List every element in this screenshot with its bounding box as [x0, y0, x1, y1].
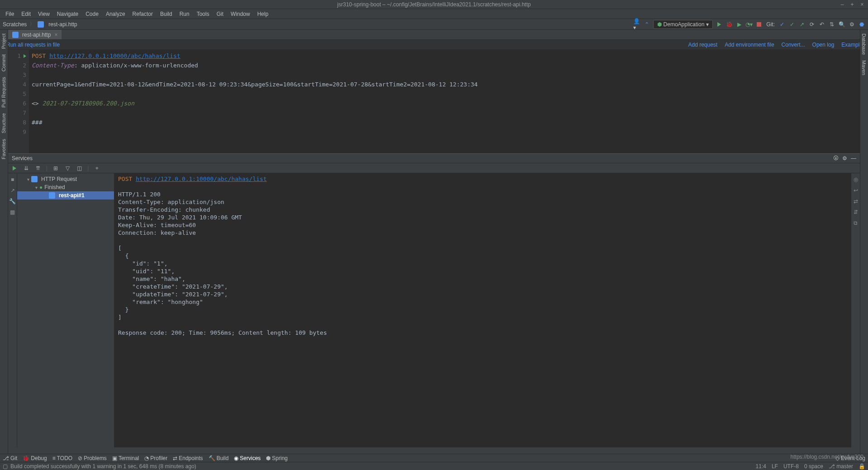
menu-file[interactable]: File [2, 10, 18, 18]
menu-edit[interactable]: Edit [18, 10, 34, 18]
settings-icon[interactable]: ⚙ [848, 21, 855, 28]
build-icon[interactable]: ⌃ [643, 21, 650, 28]
menu-window[interactable]: Window [227, 10, 254, 18]
tool-terminal[interactable]: ▣ Terminal [112, 455, 139, 461]
rollback-icon[interactable]: ↶ [818, 21, 825, 28]
stop-icon[interactable]: ■ [9, 176, 16, 183]
editor-content[interactable]: POST http://127.0.0.1:10000/abc/hahas/li… [29, 50, 860, 153]
menu-tools[interactable]: Tools [193, 10, 213, 18]
menu-git[interactable]: Git [213, 10, 227, 18]
gear-icon[interactable]: ⚙ [842, 155, 847, 161]
favorites-tool[interactable]: Favorites [0, 137, 7, 161]
maven-tool[interactable]: Maven [860, 58, 868, 77]
menu-help[interactable]: Help [254, 10, 272, 18]
caret-position[interactable]: 11:4 [756, 463, 766, 470]
structure-tool[interactable]: Structure [0, 111, 7, 135]
breadcrumb-root[interactable]: Scratches [3, 21, 27, 28]
tree-item-rest-api-1[interactable]: rest-api#1 [17, 191, 114, 199]
add-request-link[interactable]: Add request [688, 42, 717, 48]
editor-tab-rest-api[interactable]: rest-api.http × [8, 30, 62, 39]
menu-code[interactable]: Code [82, 10, 102, 18]
git-branch[interactable]: ⎇ master [829, 463, 853, 470]
out-body-l: "createTime": "2021-07-29", [118, 283, 228, 290]
event-log[interactable]: ◇ Event Log [835, 455, 865, 461]
add-env-file-link[interactable]: Add environment file [725, 42, 774, 48]
ide-features-icon[interactable]: ⬣ [858, 21, 865, 28]
close-tab-icon[interactable]: × [54, 32, 57, 38]
git-commit-icon[interactable]: ✓ [788, 21, 796, 28]
tool-debug[interactable]: 🐞 Debug [23, 455, 47, 461]
indent-setting[interactable]: 0 space [804, 463, 823, 470]
menu-view[interactable]: View [34, 10, 53, 18]
breadcrumb-file[interactable]: rest-api.http [48, 21, 77, 28]
pull-requests-tool[interactable]: Pull Requests [0, 75, 7, 109]
copy-icon[interactable]: ⧉ [852, 219, 859, 227]
stop-button[interactable] [755, 21, 763, 28]
softwrap-icon[interactable]: ↩ [852, 187, 859, 194]
run-coverage-button[interactable]: ▶ [735, 21, 743, 28]
line-separator[interactable]: LF [772, 463, 778, 470]
services-panel: ■ ↗ 🔧 ▦ ▾HTTP Request ▾●Finished rest-ap… [8, 173, 860, 447]
menu-navigate[interactable]: Navigate [53, 10, 82, 18]
run-request-gutter-icon[interactable] [24, 54, 26, 58]
services-options-icon[interactable]: ⦿ [833, 155, 839, 161]
git-update-icon[interactable]: ✓ [778, 21, 786, 28]
convert-link[interactable]: Convert... [782, 42, 805, 48]
tool-git[interactable]: ⎇ Git [3, 455, 17, 461]
tool-services[interactable]: ◉ Services [234, 455, 261, 461]
out-h4: Keep-Alive: timeout=60 [118, 222, 196, 228]
project-tool[interactable]: Project [0, 32, 7, 51]
debug-button[interactable]: 🐞 [726, 21, 733, 28]
tool-endpoints[interactable]: ⇄ Endpoints [173, 455, 203, 461]
run-config-selector[interactable]: ⬢ DemoApplication ▾ [653, 20, 713, 29]
collapse-all-icon[interactable]: ⇈ [34, 165, 42, 172]
scroll-icon[interactable]: ⇄ [852, 198, 859, 205]
add-configuration-icon[interactable]: 👤▾ [633, 21, 640, 28]
status-square-icon[interactable]: ▢ [3, 463, 8, 470]
open-log-link[interactable]: Open log [812, 42, 835, 48]
file-encoding[interactable]: UTF-8 [783, 463, 799, 470]
add-service-icon[interactable]: + [93, 165, 100, 172]
compare-icon[interactable]: ⇵ [852, 209, 859, 216]
eye-icon[interactable]: ◎ [852, 176, 859, 183]
menu-build[interactable]: Build [157, 10, 176, 18]
hide-icon[interactable]: — [851, 155, 856, 161]
tree-finished[interactable]: ▾●Finished [17, 183, 114, 191]
search-everywhere-icon[interactable]: ⇅ [828, 21, 835, 28]
menu-analyze[interactable]: Analyze [102, 10, 129, 18]
tree-http-request[interactable]: ▾HTTP Request [17, 175, 114, 183]
run-all-requests-link[interactable]: Run all requests in file [6, 42, 60, 48]
out-method: POST [118, 176, 132, 182]
rerun-icon[interactable] [11, 165, 18, 172]
minimize-icon[interactable]: – [839, 0, 845, 9]
expand-all-icon[interactable]: ⇊ [23, 165, 30, 172]
request-url[interactable]: http://127.0.0.1:10000/abc/hahas/list [49, 52, 180, 59]
code-editor[interactable]: 1 2 3 4 5 6 7 8 9 POST http://127.0.0.1:… [8, 50, 860, 153]
menu-refactor[interactable]: Refactor [129, 10, 157, 18]
tool-todo[interactable]: ≡ TODO [52, 455, 72, 461]
layout-icon[interactable]: ▦ [9, 209, 16, 216]
maximize-icon[interactable]: + [849, 0, 855, 9]
view-icon[interactable]: ◫ [76, 165, 83, 172]
tool-build[interactable]: 🔨 Build [209, 455, 229, 461]
tool-problems[interactable]: ⊘ Problems [78, 455, 107, 461]
search-icon[interactable]: 🔍 [838, 21, 845, 28]
tool-profiler[interactable]: ◔ Profiler [144, 455, 167, 461]
run-button[interactable] [716, 21, 723, 28]
wrench-icon[interactable]: 🔧 [9, 198, 16, 205]
services-tree[interactable]: ▾HTTP Request ▾●Finished rest-api#1 [17, 173, 114, 447]
menu-run[interactable]: Run [176, 10, 193, 18]
out-url[interactable]: http://127.0.0.1:10000/abc/hahas/list [136, 176, 267, 182]
filter-icon[interactable]: ▽ [64, 165, 71, 172]
profile-button[interactable]: ◔▾ [745, 21, 753, 28]
pin-icon[interactable]: ↗ [9, 187, 16, 194]
tool-spring[interactable]: ⬢ Spring [266, 455, 288, 461]
close-icon[interactable]: × [859, 0, 865, 9]
git-push-icon[interactable]: ↗ [798, 21, 806, 28]
group-icon[interactable]: ⊞ [52, 165, 59, 172]
commit-tool[interactable]: Commit [0, 52, 7, 73]
git-history-icon[interactable]: ⟳ [808, 21, 816, 28]
database-tool[interactable]: Database [860, 32, 868, 57]
services-output[interactable]: POST http://127.0.0.1:10000/abc/hahas/li… [114, 173, 851, 447]
lock-icon[interactable]: 🔒 [859, 463, 865, 470]
